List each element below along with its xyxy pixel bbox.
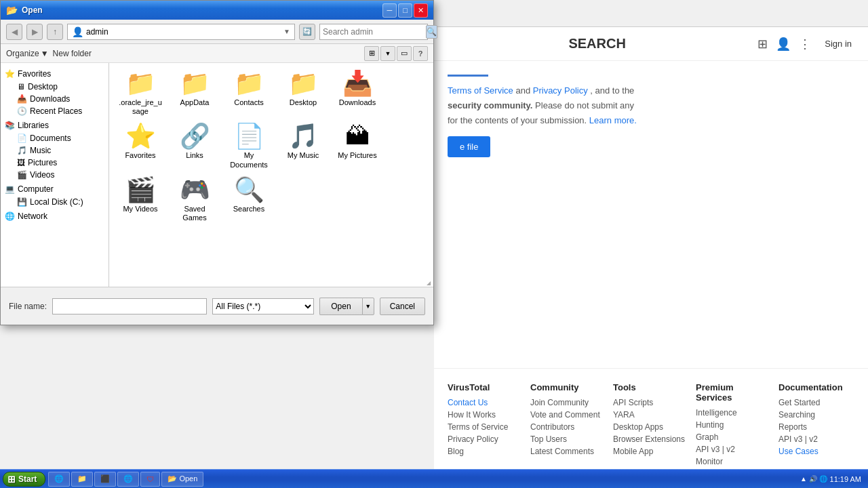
nav-desktop[interactable]: 🖥 Desktop	[13, 81, 108, 93]
footer-link[interactable]: Terms of Service	[448, 422, 524, 432]
footer-link[interactable]: Searching	[778, 410, 854, 420]
file-item[interactable]: 🏔My Pictures	[332, 121, 383, 171]
footer-link[interactable]: Intelligence	[696, 408, 772, 418]
network-header[interactable]: 🌐 Network	[1, 209, 108, 223]
footer-link[interactable]: API v3 | v2	[778, 434, 854, 444]
nav-pictures[interactable]: 🖼 Pictures	[13, 157, 108, 169]
open-button-arrow[interactable]: ▼	[362, 298, 374, 315]
computer-header[interactable]: 💻 Computer	[1, 182, 108, 196]
footer-link[interactable]: API Scripts	[613, 398, 689, 407]
file-item[interactable]: 📁AppData	[169, 68, 220, 119]
taskbar-ie-icon[interactable]: 🌐	[48, 472, 70, 487]
grid-view-icon[interactable]: ⊞	[757, 37, 768, 52]
footer-link[interactable]: Get Started	[778, 398, 854, 407]
user-icon[interactable]: 👤	[776, 37, 791, 52]
open-button[interactable]: Open	[319, 298, 361, 315]
maximize-button[interactable]: □	[398, 3, 412, 18]
sign-in-button[interactable]: Sign in	[819, 36, 857, 52]
path-box[interactable]: 👤 admin ▼	[67, 24, 295, 40]
file-item[interactable]: 🎵My Music	[277, 121, 329, 171]
footer-link[interactable]: Reports	[778, 422, 854, 432]
nav-recent-places[interactable]: 🕒 Recent Places	[13, 105, 108, 117]
search-box[interactable]: 🔍	[319, 24, 428, 40]
nav-videos[interactable]: 🎬 Videos	[13, 169, 108, 181]
search-go-button[interactable]: 🔍	[426, 25, 437, 39]
footer-col-heading: Premium Services	[696, 382, 772, 403]
minimize-button[interactable]: ─	[382, 3, 397, 18]
view-large-icons-button[interactable]: ⊞	[364, 46, 379, 61]
footer-link[interactable]: Contributors	[530, 422, 606, 432]
dialog-nav-toolbar: ◀ ▶ ↑ 👤 admin ▼ 🔄 🔍	[1, 20, 433, 44]
refresh-button[interactable]: 🔄	[299, 24, 315, 40]
favorites-header[interactable]: ⭐ Favorites	[1, 67, 108, 81]
music-icon: 🎵	[17, 146, 27, 155]
footer-link[interactable]: Browser Extensions	[613, 434, 689, 444]
file-item[interactable]: 🎮Saved Games	[169, 175, 220, 225]
footer-link[interactable]: Latest Comments	[530, 447, 606, 456]
file-item[interactable]: 📁Contacts	[223, 68, 275, 119]
footer-link[interactable]: Privacy Policy	[448, 434, 524, 444]
nav-music[interactable]: 🎵 Music	[13, 144, 108, 157]
footer-link[interactable]: YARA	[613, 410, 689, 420]
taskbar-explorer-icon[interactable]: 📁	[71, 472, 93, 487]
file-item[interactable]: 📄My Documents	[223, 121, 275, 171]
cancel-button[interactable]: Cancel	[380, 298, 425, 315]
help-button[interactable]: ?	[413, 46, 428, 61]
file-item[interactable]: 📥Downloads	[332, 68, 383, 119]
filetype-select[interactable]: All Files (*.*)	[212, 298, 314, 314]
footer-link[interactable]: Desktop Apps	[613, 422, 689, 432]
footer-link[interactable]: Use Cases	[778, 447, 854, 456]
resize-grip[interactable]: ◢	[427, 280, 433, 287]
libraries-label: Libraries	[18, 121, 49, 130]
ie-icon: 🌐	[54, 474, 64, 483]
path-dropdown-arrow[interactable]: ▼	[283, 28, 290, 35]
file-label: My Pictures	[338, 151, 376, 160]
footer-link[interactable]: Hunting	[696, 420, 772, 430]
forward-button[interactable]: ▶	[26, 24, 43, 40]
privacy-link-text[interactable]: Privacy Policy	[533, 85, 588, 96]
footer-link[interactable]: Monitor	[696, 457, 772, 466]
footer-link[interactable]: How It Works	[448, 410, 524, 420]
view-dropdown-button[interactable]: ▼	[380, 46, 395, 61]
file-item[interactable]: 📁Desktop	[277, 68, 329, 119]
file-item[interactable]: ⭐Favorites	[115, 121, 166, 171]
footer-link[interactable]: Mobile App	[613, 447, 689, 456]
file-item[interactable]: 🎬My Videos	[115, 175, 166, 225]
taskbar-terminal-icon[interactable]: ⬛	[94, 472, 116, 487]
view-pane-button[interactable]: ▭	[397, 46, 412, 61]
nav-documents[interactable]: 📄 Documents	[13, 132, 108, 144]
av-icon: 🛡	[146, 475, 154, 483]
back-button[interactable]: ◀	[6, 24, 22, 40]
taskbar-av-icon[interactable]: 🛡	[140, 472, 160, 487]
dialog-titlebar[interactable]: 📂 Open ─ □ ✕	[1, 1, 433, 20]
organize-button[interactable]: Organize ▼	[6, 49, 49, 58]
footer-link[interactable]: Blog	[448, 447, 524, 456]
pictures-label: Pictures	[28, 158, 57, 167]
footer-link[interactable]: Top Users	[530, 434, 606, 444]
learn-more-link[interactable]: Learn more.	[589, 115, 637, 125]
file-item[interactable]: 🔗Links	[169, 121, 220, 171]
file-item[interactable]: 🔍Searches	[223, 175, 275, 225]
footer-link[interactable]: API v3 | v2	[696, 445, 772, 454]
up-button[interactable]: ↑	[47, 24, 63, 40]
nav-local-disk[interactable]: 💾 Local Disk (C:)	[13, 196, 108, 208]
file-item[interactable]: 📁.oracle_jre_usage	[115, 68, 166, 119]
libraries-header[interactable]: 📚 Libraries	[1, 119, 108, 132]
taskbar-open-item[interactable]: 📂 Open	[161, 472, 203, 487]
nav-downloads[interactable]: 📥 Downloads	[13, 93, 108, 105]
start-button[interactable]: ⊞ Start	[3, 472, 45, 487]
tos-link-text[interactable]: Terms of Service	[448, 85, 513, 96]
footer-link[interactable]: Contact Us	[448, 398, 524, 407]
footer-link[interactable]: Graph	[696, 432, 772, 442]
pictures-icon: 🖼	[17, 158, 25, 167]
footer-link[interactable]: Join Community	[530, 398, 606, 407]
filename-input[interactable]	[52, 298, 207, 314]
new-folder-button[interactable]: New folder	[53, 49, 92, 58]
upload-file-button[interactable]: e file	[448, 136, 490, 157]
menu-icon[interactable]: ⋮	[799, 37, 811, 52]
search-input[interactable]	[323, 27, 425, 37]
taskbar: ⊞ Start 🌐 📁 ⬛ 🌐 🛡 📂 Open ▲ 🔊 🌐 11:19 AM	[0, 469, 868, 488]
footer-link[interactable]: Vote and Comment	[530, 410, 606, 420]
taskbar-browser-icon[interactable]: 🌐	[117, 472, 139, 487]
close-button[interactable]: ✕	[414, 3, 428, 18]
